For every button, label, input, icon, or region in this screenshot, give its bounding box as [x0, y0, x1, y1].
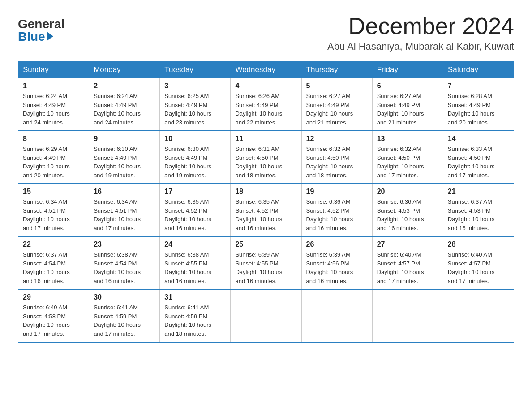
calendar-week-row: 22Sunrise: 6:37 AM Sunset: 4:54 PM Dayli… — [18, 236, 514, 289]
day-info: Sunrise: 6:41 AM Sunset: 4:59 PM Dayligh… — [164, 304, 211, 337]
day-info: Sunrise: 6:37 AM Sunset: 4:53 PM Dayligh… — [448, 198, 495, 231]
calendar-cell: 12Sunrise: 6:32 AM Sunset: 4:50 PM Dayli… — [301, 131, 372, 184]
calendar-cell: 15Sunrise: 6:34 AM Sunset: 4:51 PM Dayli… — [18, 184, 89, 236]
calendar-cell: 31Sunrise: 6:41 AM Sunset: 4:59 PM Dayli… — [160, 289, 231, 342]
calendar-cell: 27Sunrise: 6:40 AM Sunset: 4:57 PM Dayli… — [372, 236, 443, 289]
day-number: 25 — [235, 240, 296, 248]
calendar-cell: 4Sunrise: 6:26 AM Sunset: 4:49 PM Daylig… — [231, 78, 301, 131]
calendar-week-row: 1Sunrise: 6:24 AM Sunset: 4:49 PM Daylig… — [18, 78, 514, 131]
calendar-cell: 18Sunrise: 6:35 AM Sunset: 4:52 PM Dayli… — [231, 184, 301, 236]
calendar-cell: 26Sunrise: 6:39 AM Sunset: 4:56 PM Dayli… — [301, 236, 372, 289]
calendar-cell: 7Sunrise: 6:28 AM Sunset: 4:49 PM Daylig… — [443, 78, 514, 131]
day-info: Sunrise: 6:39 AM Sunset: 4:55 PM Dayligh… — [235, 251, 282, 284]
day-number: 24 — [164, 240, 226, 248]
calendar-cell: 20Sunrise: 6:36 AM Sunset: 4:53 PM Dayli… — [372, 184, 443, 236]
day-number: 6 — [377, 82, 438, 90]
calendar-week-row: 8Sunrise: 6:29 AM Sunset: 4:49 PM Daylig… — [18, 131, 514, 184]
logo-triangle-icon — [47, 32, 53, 41]
day-number: 23 — [94, 240, 155, 248]
day-info: Sunrise: 6:34 AM Sunset: 4:51 PM Dayligh… — [94, 198, 141, 231]
page-header: General Blue December 2024 Abu Al Hasani… — [18, 13, 514, 52]
day-info: Sunrise: 6:32 AM Sunset: 4:50 PM Dayligh… — [306, 146, 353, 179]
calendar-cell: 17Sunrise: 6:35 AM Sunset: 4:52 PM Dayli… — [160, 184, 231, 236]
day-info: Sunrise: 6:40 AM Sunset: 4:57 PM Dayligh… — [377, 251, 424, 284]
title-area: December 2024 Abu Al Hasaniya, Mubarak a… — [327, 13, 514, 52]
day-info: Sunrise: 6:33 AM Sunset: 4:50 PM Dayligh… — [448, 146, 495, 179]
day-info: Sunrise: 6:35 AM Sunset: 4:52 PM Dayligh… — [164, 198, 211, 231]
weekday-header-saturday: Saturday — [443, 62, 514, 78]
day-number: 29 — [23, 293, 84, 301]
day-number: 9 — [94, 135, 155, 143]
day-number: 19 — [306, 188, 368, 196]
calendar-cell: 6Sunrise: 6:27 AM Sunset: 4:49 PM Daylig… — [372, 78, 443, 131]
day-info: Sunrise: 6:32 AM Sunset: 4:50 PM Dayligh… — [377, 146, 424, 179]
day-number: 3 — [164, 82, 226, 90]
calendar-cell: 9Sunrise: 6:30 AM Sunset: 4:49 PM Daylig… — [89, 131, 160, 184]
day-number: 8 — [23, 135, 84, 143]
day-info: Sunrise: 6:37 AM Sunset: 4:54 PM Dayligh… — [23, 251, 70, 284]
day-number: 22 — [23, 240, 84, 248]
day-number: 2 — [94, 82, 155, 90]
calendar-cell: 5Sunrise: 6:27 AM Sunset: 4:49 PM Daylig… — [301, 78, 372, 131]
weekday-header-monday: Monday — [89, 62, 160, 78]
day-info: Sunrise: 6:34 AM Sunset: 4:51 PM Dayligh… — [23, 198, 70, 231]
day-number: 11 — [235, 135, 296, 143]
day-number: 1 — [23, 82, 84, 90]
calendar-cell: 29Sunrise: 6:40 AM Sunset: 4:58 PM Dayli… — [18, 289, 89, 342]
calendar-cell — [443, 289, 514, 342]
day-info: Sunrise: 6:35 AM Sunset: 4:52 PM Dayligh… — [235, 198, 282, 231]
day-number: 26 — [306, 240, 368, 248]
day-info: Sunrise: 6:38 AM Sunset: 4:54 PM Dayligh… — [94, 251, 141, 284]
day-info: Sunrise: 6:36 AM Sunset: 4:53 PM Dayligh… — [377, 198, 424, 231]
logo: General Blue — [18, 18, 64, 43]
day-number: 5 — [306, 82, 368, 90]
day-number: 14 — [448, 135, 509, 143]
day-info: Sunrise: 6:36 AM Sunset: 4:52 PM Dayligh… — [306, 198, 353, 231]
day-info: Sunrise: 6:30 AM Sunset: 4:49 PM Dayligh… — [94, 146, 141, 179]
day-info: Sunrise: 6:24 AM Sunset: 4:49 PM Dayligh… — [94, 93, 141, 126]
month-title: December 2024 — [327, 13, 514, 39]
calendar-cell: 16Sunrise: 6:34 AM Sunset: 4:51 PM Dayli… — [89, 184, 160, 236]
location-title: Abu Al Hasaniya, Mubarak al Kabir, Kuwai… — [327, 41, 514, 52]
weekday-header-sunday: Sunday — [18, 62, 89, 78]
calendar-cell — [372, 289, 443, 342]
logo-general-text: General — [18, 18, 64, 30]
day-info: Sunrise: 6:28 AM Sunset: 4:49 PM Dayligh… — [448, 93, 495, 126]
day-info: Sunrise: 6:40 AM Sunset: 4:57 PM Dayligh… — [448, 251, 495, 284]
day-number: 21 — [448, 188, 509, 196]
calendar-cell: 13Sunrise: 6:32 AM Sunset: 4:50 PM Dayli… — [372, 131, 443, 184]
day-info: Sunrise: 6:25 AM Sunset: 4:49 PM Dayligh… — [164, 93, 211, 126]
day-info: Sunrise: 6:27 AM Sunset: 4:49 PM Dayligh… — [306, 93, 353, 126]
calendar-table: SundayMondayTuesdayWednesdayThursdayFrid… — [18, 61, 514, 342]
day-number: 16 — [94, 188, 155, 196]
calendar-week-row: 15Sunrise: 6:34 AM Sunset: 4:51 PM Dayli… — [18, 184, 514, 236]
day-info: Sunrise: 6:38 AM Sunset: 4:55 PM Dayligh… — [164, 251, 211, 284]
day-info: Sunrise: 6:27 AM Sunset: 4:49 PM Dayligh… — [377, 93, 424, 126]
day-info: Sunrise: 6:24 AM Sunset: 4:49 PM Dayligh… — [23, 93, 70, 126]
logo-blue-text: Blue — [18, 30, 53, 43]
day-number: 31 — [164, 293, 226, 301]
day-number: 20 — [377, 188, 438, 196]
day-number: 15 — [23, 188, 84, 196]
calendar-cell: 14Sunrise: 6:33 AM Sunset: 4:50 PM Dayli… — [443, 131, 514, 184]
calendar-cell: 1Sunrise: 6:24 AM Sunset: 4:49 PM Daylig… — [18, 78, 89, 131]
calendar-cell: 19Sunrise: 6:36 AM Sunset: 4:52 PM Dayli… — [301, 184, 372, 236]
calendar-cell: 25Sunrise: 6:39 AM Sunset: 4:55 PM Dayli… — [231, 236, 301, 289]
day-info: Sunrise: 6:39 AM Sunset: 4:56 PM Dayligh… — [306, 251, 353, 284]
day-number: 28 — [448, 240, 509, 248]
day-number: 27 — [377, 240, 438, 248]
calendar-cell: 21Sunrise: 6:37 AM Sunset: 4:53 PM Dayli… — [443, 184, 514, 236]
calendar-cell — [301, 289, 372, 342]
day-info: Sunrise: 6:26 AM Sunset: 4:49 PM Dayligh… — [235, 93, 282, 126]
weekday-header-friday: Friday — [372, 62, 443, 78]
day-number: 4 — [235, 82, 296, 90]
day-info: Sunrise: 6:31 AM Sunset: 4:50 PM Dayligh… — [235, 146, 282, 179]
calendar-cell: 24Sunrise: 6:38 AM Sunset: 4:55 PM Dayli… — [160, 236, 231, 289]
calendar-cell: 10Sunrise: 6:30 AM Sunset: 4:49 PM Dayli… — [160, 131, 231, 184]
day-info: Sunrise: 6:30 AM Sunset: 4:49 PM Dayligh… — [164, 146, 211, 179]
day-number: 12 — [306, 135, 368, 143]
weekday-header-row: SundayMondayTuesdayWednesdayThursdayFrid… — [18, 62, 514, 78]
day-number: 10 — [164, 135, 226, 143]
calendar-cell: 22Sunrise: 6:37 AM Sunset: 4:54 PM Dayli… — [18, 236, 89, 289]
day-number: 18 — [235, 188, 296, 196]
